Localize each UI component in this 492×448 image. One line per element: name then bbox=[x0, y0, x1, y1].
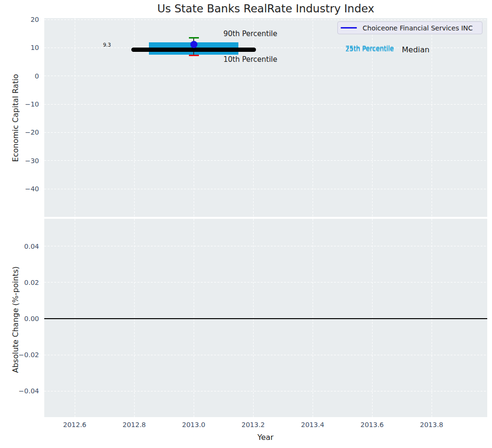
company-dot bbox=[190, 41, 197, 48]
y-tick-label: −0.04 bbox=[0, 387, 39, 395]
x-tick-label: 2012.6 bbox=[63, 421, 87, 429]
y-tick-label: −10 bbox=[0, 100, 39, 108]
annotation-0: 9.3 bbox=[103, 42, 111, 48]
x-tick-label: 2013.6 bbox=[361, 421, 384, 429]
legend: Choiceone Financial Services INC bbox=[337, 21, 482, 34]
gridline-h bbox=[44, 132, 487, 133]
y-tick-label: 0.00 bbox=[0, 315, 39, 322]
bottom-plot-area bbox=[44, 219, 487, 417]
x-tick-label: 2012.8 bbox=[123, 421, 146, 429]
y-tick-label: −0.02 bbox=[0, 351, 39, 359]
x-axis-label: Year bbox=[257, 433, 274, 442]
zero-line bbox=[44, 318, 487, 319]
annotation-1: 90th Percentile bbox=[224, 29, 277, 38]
chart-title: Us State Banks RealRate Industry Index bbox=[44, 2, 487, 15]
gridline-h bbox=[44, 246, 487, 246]
y-tick-label: 20 bbox=[0, 16, 39, 23]
y-tick-label: 0.02 bbox=[0, 279, 39, 286]
x-tick-label: 2013.8 bbox=[420, 421, 443, 429]
legend-line-sample bbox=[341, 27, 357, 29]
figure: Us State Banks RealRate Industry Index E… bbox=[0, 0, 492, 448]
gridline-h bbox=[44, 104, 487, 105]
gridline-h bbox=[44, 19, 487, 20]
y-tick-label: −30 bbox=[0, 157, 39, 165]
annotation-5: Median bbox=[402, 45, 430, 54]
gridline-h bbox=[44, 189, 487, 189]
top-plot-area: 9.390th Percentile10th Percentile75th Pe… bbox=[44, 18, 487, 217]
x-tick-label: 2013.0 bbox=[182, 421, 206, 429]
gridline-h bbox=[44, 391, 487, 391]
p90-cap bbox=[189, 37, 199, 39]
y-tick-label: −40 bbox=[0, 185, 39, 193]
gridline-h bbox=[44, 160, 487, 161]
x-tick-label: 2013.4 bbox=[301, 421, 325, 429]
y-tick-label: 10 bbox=[0, 44, 39, 51]
legend-label: Choiceone Financial Services INC bbox=[363, 24, 473, 32]
y-tick-label: 0 bbox=[0, 72, 39, 80]
y-tick-label: 0.04 bbox=[0, 243, 39, 250]
gridline-h bbox=[44, 76, 487, 76]
x-tick-label: 2013.2 bbox=[242, 421, 265, 429]
gridline-h bbox=[44, 355, 487, 355]
median-line bbox=[131, 48, 256, 52]
y-tick-label: −20 bbox=[0, 128, 39, 136]
gridline-h bbox=[44, 282, 487, 282]
y-axis-label-top: Economic Capital Ratio bbox=[11, 74, 20, 162]
annotation-4: 25th Percentile bbox=[345, 45, 394, 53]
p10-cap bbox=[189, 55, 199, 56]
annotation-2: 10th Percentile bbox=[224, 55, 277, 64]
